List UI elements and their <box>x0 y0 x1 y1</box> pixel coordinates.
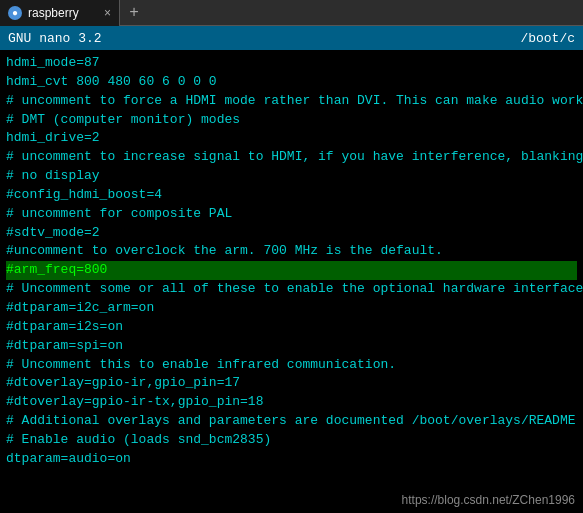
new-tab-button[interactable]: + <box>120 0 148 26</box>
editor-line: # uncomment to increase signal to HDMI, … <box>6 148 577 167</box>
tab-bar: ● raspberry × + <box>0 0 583 26</box>
editor-line: hdmi_drive=2 <box>6 129 577 148</box>
editor-name: GNU nano 3.2 <box>8 31 102 46</box>
file-path: /boot/c <box>520 31 575 46</box>
editor-line: hdmi_mode=87 <box>6 54 577 73</box>
editor-line: #dtparam=i2s=on <box>6 318 577 337</box>
editor-line: #arm_freq=800 <box>6 261 577 280</box>
editor-line: #uncomment to overclock the arm. 700 MHz… <box>6 242 577 261</box>
watermark: https://blog.csdn.net/ZChen1996 <box>402 492 575 509</box>
tab-raspberry[interactable]: ● raspberry × <box>0 0 120 26</box>
editor-line: #dtoverlay=gpio-ir,gpio_pin=17 <box>6 374 577 393</box>
editor-area[interactable]: hdmi_mode=87hdmi_cvt 800 480 60 6 0 0 0#… <box>0 50 583 513</box>
editor-line: dtparam=audio=on <box>6 450 577 469</box>
editor-line: # Enable audio (loads snd_bcm2835) <box>6 431 577 450</box>
editor-line: #dtparam=spi=on <box>6 337 577 356</box>
tab-close-button[interactable]: × <box>104 7 111 19</box>
editor-line: # Uncomment this to enable infrared comm… <box>6 356 577 375</box>
editor-line: # no display <box>6 167 577 186</box>
menu-bar: GNU nano 3.2 /boot/c <box>0 26 583 50</box>
editor-line: #config_hdmi_boost=4 <box>6 186 577 205</box>
tab-favicon: ● <box>8 6 22 20</box>
editor-line: # Additional overlays and parameters are… <box>6 412 577 431</box>
editor-line: # uncomment to force a HDMI mode rather … <box>6 92 577 111</box>
editor-line: # DMT (computer monitor) modes <box>6 111 577 130</box>
editor-line: #sdtv_mode=2 <box>6 224 577 243</box>
editor-line: # uncomment for composite PAL <box>6 205 577 224</box>
editor-line: #dtparam=i2c_arm=on <box>6 299 577 318</box>
editor-line: hdmi_cvt 800 480 60 6 0 0 0 <box>6 73 577 92</box>
tab-title: raspberry <box>28 6 98 20</box>
editor-line: #dtoverlay=gpio-ir-tx,gpio_pin=18 <box>6 393 577 412</box>
editor-line: # Uncomment some or all of these to enab… <box>6 280 577 299</box>
